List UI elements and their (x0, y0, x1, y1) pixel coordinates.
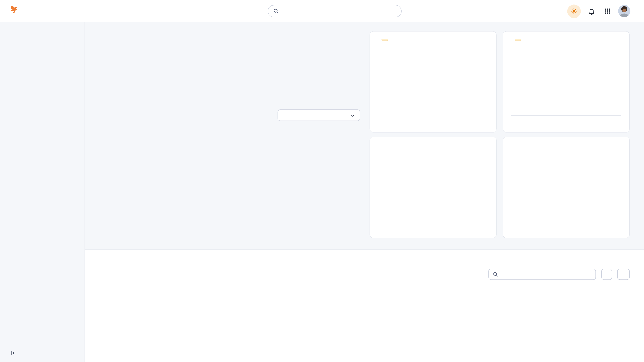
date-range-select[interactable] (278, 109, 360, 121)
sun-icon (570, 7, 578, 15)
latest-reviews-section (85, 249, 644, 362)
coupons-donut-chart (412, 163, 454, 205)
delta-badge (382, 38, 388, 41)
brand-logo[interactable] (9, 5, 23, 16)
collapse-icon (11, 350, 17, 356)
new-customers-card (503, 31, 630, 133)
paying-card (503, 137, 630, 238)
global-search[interactable] (268, 5, 402, 17)
total-orders-card (370, 31, 496, 133)
new-customers-x-labels (511, 115, 621, 119)
grid-9-icon (604, 8, 611, 14)
reviews-controls (488, 269, 630, 280)
delta-badge (515, 38, 521, 41)
reviews-search-input[interactable] (501, 271, 591, 277)
search-input[interactable] (282, 8, 396, 14)
notifications-button[interactable] (586, 6, 597, 16)
new-customers-chart (511, 64, 622, 113)
search-icon (493, 272, 498, 277)
more-options-button[interactable] (618, 269, 630, 280)
theme-toggle-button[interactable] (567, 4, 581, 18)
profile-avatar[interactable] (618, 5, 630, 17)
navbar-actions (567, 0, 630, 22)
all-products-button[interactable] (601, 269, 612, 280)
sidebar-collapse-toggle[interactable] (0, 344, 84, 362)
reviews-search[interactable] (488, 269, 596, 280)
apps-menu-button[interactable] (602, 6, 613, 16)
chevron-down-icon (350, 113, 355, 118)
bell-icon (588, 7, 596, 15)
app-window (0, 0, 644, 362)
phoenix-logo-icon (9, 5, 20, 16)
top-navbar (0, 0, 644, 22)
main-content (85, 22, 644, 362)
search-icon (273, 8, 279, 14)
total-sells-chart (98, 131, 360, 232)
sidebar-nav (0, 22, 85, 362)
top-coupons-card (370, 137, 496, 238)
